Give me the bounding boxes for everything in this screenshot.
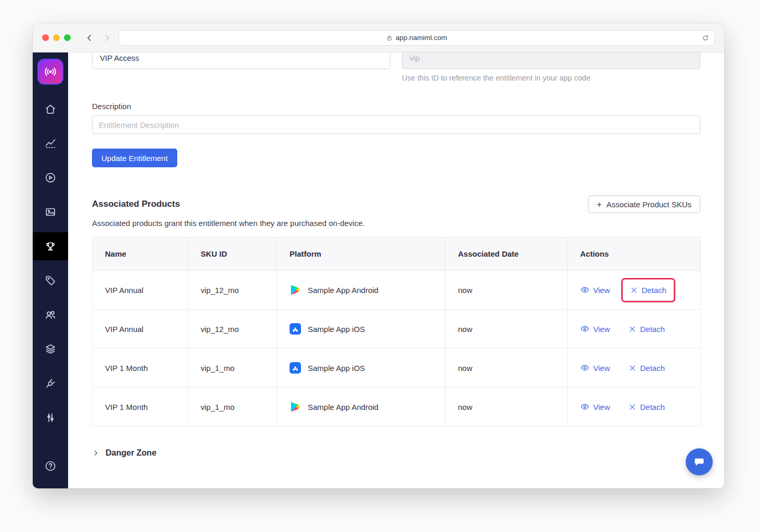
cell-date: now bbox=[446, 349, 568, 388]
detach-link[interactable]: Detach bbox=[629, 325, 665, 334]
back-button[interactable] bbox=[83, 32, 96, 44]
sidebar-item-help[interactable] bbox=[33, 452, 68, 480]
cell-name: VIP 1 Month bbox=[93, 388, 188, 427]
eye-icon bbox=[580, 363, 590, 373]
view-label: View bbox=[593, 325, 610, 334]
platform-label: Sample App Android bbox=[308, 403, 378, 411]
cell-name: VIP Annual bbox=[93, 310, 188, 349]
nami-logo[interactable] bbox=[37, 59, 63, 85]
cell-platform: Sample App Android bbox=[277, 388, 446, 427]
sidebar-item-campaigns[interactable] bbox=[33, 164, 68, 192]
col-header-platform: Platform bbox=[277, 237, 446, 271]
sidebar bbox=[33, 52, 68, 488]
associated-products-subtitle: Associated products grant this entitleme… bbox=[92, 219, 700, 228]
app-store-icon bbox=[290, 323, 301, 335]
cell-platform: Sample App iOS bbox=[277, 310, 446, 349]
analytics-icon bbox=[44, 137, 57, 150]
sidebar-item-analytics[interactable] bbox=[33, 129, 68, 157]
view-label: View bbox=[593, 364, 610, 373]
cell-platform: Sample App iOS bbox=[277, 349, 446, 388]
reload-icon[interactable] bbox=[702, 34, 709, 42]
lock-icon bbox=[386, 35, 392, 41]
entitlement-name-input[interactable] bbox=[92, 52, 390, 69]
google-play-icon bbox=[290, 284, 301, 296]
close-button[interactable] bbox=[42, 34, 49, 41]
detach-label: Detach bbox=[640, 364, 665, 373]
view-link[interactable]: View bbox=[580, 285, 610, 295]
sidebar-item-home[interactable] bbox=[33, 95, 68, 123]
settings-icon bbox=[44, 411, 57, 424]
table-row: VIP Annual vip_12_mo Sample App Android … bbox=[93, 271, 701, 310]
integrations-icon bbox=[44, 377, 57, 390]
associate-product-skus-button[interactable]: + Associate Product SKUs bbox=[588, 195, 700, 213]
cell-sku: vip_1_mo bbox=[188, 349, 277, 388]
associated-products-table: Name SKU ID Platform Associated Date Act… bbox=[92, 237, 701, 427]
x-icon bbox=[629, 364, 636, 372]
sidebar-item-layers[interactable] bbox=[33, 335, 68, 363]
platform-label: Sample App iOS bbox=[308, 364, 365, 373]
cell-date: now bbox=[446, 388, 568, 427]
eye-icon bbox=[580, 402, 590, 411]
detach-link[interactable]: Detach bbox=[629, 403, 665, 411]
forward-button[interactable] bbox=[101, 32, 113, 44]
chat-launcher-button[interactable] bbox=[686, 448, 713, 475]
detach-label: Detach bbox=[640, 325, 665, 334]
sidebar-item-integrations[interactable] bbox=[33, 369, 68, 397]
products-icon bbox=[44, 274, 57, 287]
detach-link[interactable]: Detach bbox=[629, 364, 665, 373]
view-link[interactable]: View bbox=[580, 324, 610, 334]
cell-name: VIP 1 Month bbox=[93, 349, 188, 388]
cell-sku: vip_12_mo bbox=[188, 271, 277, 310]
home-icon bbox=[44, 103, 57, 115]
sidebar-item-settings[interactable] bbox=[33, 404, 68, 432]
users-icon bbox=[44, 309, 57, 321]
eye-icon bbox=[580, 324, 590, 334]
ref-id-helper-text: Use this ID to reference the entitlement… bbox=[402, 74, 700, 82]
detach-label: Detach bbox=[640, 403, 665, 411]
detach-highlight-box: Detach bbox=[621, 278, 675, 302]
sidebar-item-products[interactable] bbox=[33, 267, 68, 295]
associate-product-skus-label: Associate Product SKUs bbox=[607, 200, 691, 209]
update-entitlement-button[interactable]: Update Entitlement bbox=[92, 149, 177, 167]
paywalls-icon bbox=[44, 206, 57, 218]
table-header-row: Name SKU ID Platform Associated Date Act… bbox=[93, 237, 701, 271]
cell-actions: View Detach bbox=[568, 349, 701, 388]
sidebar-item-entitlements[interactable] bbox=[33, 232, 68, 260]
col-header-name: Name bbox=[93, 237, 188, 271]
col-header-actions: Actions bbox=[568, 237, 701, 271]
chat-icon bbox=[693, 456, 705, 468]
main-content: Use this ID to reference the entitlement… bbox=[68, 52, 724, 488]
entitlement-ref-id-input[interactable] bbox=[402, 52, 700, 69]
description-input[interactable] bbox=[92, 115, 700, 134]
url-text: app.namiml.com bbox=[396, 34, 447, 42]
detach-label: Detach bbox=[642, 286, 666, 295]
cell-sku: vip_1_mo bbox=[188, 388, 277, 427]
sidebar-item-users[interactable] bbox=[33, 301, 68, 329]
chevron-right-icon bbox=[92, 449, 99, 457]
entitlements-icon bbox=[44, 240, 57, 252]
detach-link[interactable]: Detach bbox=[630, 286, 666, 295]
traffic-lights bbox=[42, 34, 71, 41]
view-label: View bbox=[593, 286, 610, 295]
table-row: VIP 1 Month vip_1_mo Sample App iOS now … bbox=[93, 349, 701, 388]
plus-icon: + bbox=[597, 200, 602, 209]
app-store-icon bbox=[290, 362, 301, 374]
view-link[interactable]: View bbox=[580, 363, 610, 373]
platform-label: Sample App Android bbox=[308, 286, 378, 295]
table-row: VIP Annual vip_12_mo Sample App iOS now … bbox=[93, 310, 701, 349]
view-link[interactable]: View bbox=[580, 402, 610, 411]
cell-actions: View Detach bbox=[568, 271, 701, 310]
zoom-button[interactable] bbox=[64, 34, 71, 41]
associated-products-title: Associated Products bbox=[92, 199, 180, 209]
x-icon bbox=[629, 403, 636, 411]
danger-zone-toggle[interactable]: Danger Zone bbox=[92, 448, 700, 458]
minimize-button[interactable] bbox=[53, 34, 60, 41]
browser-chrome: app.namiml.com bbox=[33, 23, 724, 52]
sidebar-item-paywalls[interactable] bbox=[33, 198, 68, 226]
view-label: View bbox=[593, 403, 610, 411]
table-row: VIP 1 Month vip_1_mo Sample App Android … bbox=[93, 388, 701, 427]
url-bar[interactable]: app.namiml.com bbox=[119, 30, 715, 46]
cell-date: now bbox=[446, 271, 568, 310]
platform-label: Sample App iOS bbox=[308, 325, 365, 334]
cell-sku: vip_12_mo bbox=[188, 310, 277, 349]
